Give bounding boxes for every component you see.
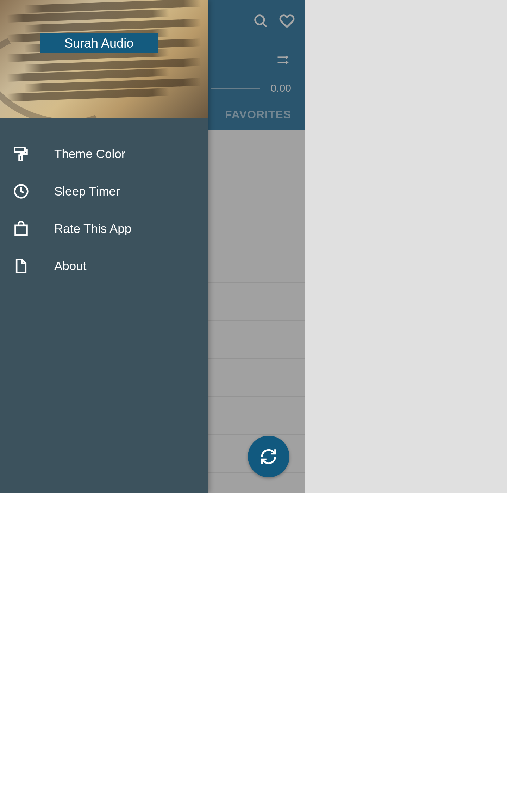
menu-label: Theme Color [54, 147, 125, 161]
svg-rect-7 [15, 225, 27, 235]
menu-label: Sleep Timer [54, 184, 120, 198]
app-title: Surah Audio [40, 33, 158, 53]
menu-rate-app[interactable]: Rate This App [0, 210, 208, 247]
svg-rect-5 [19, 155, 22, 161]
shopping-bag-icon [13, 221, 29, 236]
drawer-menu: Theme Color Sleep Timer Rate This App [0, 118, 208, 285]
menu-theme-color[interactable]: Theme Color [0, 135, 208, 173]
menu-label: About [54, 259, 86, 273]
menu-label: Rate This App [54, 222, 131, 236]
drawer-header: Surah Audio [0, 0, 208, 118]
refresh-fab[interactable] [248, 436, 289, 477]
menu-about[interactable]: About [0, 247, 208, 285]
page-remainder [0, 493, 507, 812]
clock-icon [13, 184, 29, 199]
menu-sleep-timer[interactable]: Sleep Timer [0, 173, 208, 210]
app-screen: 0.00 ST FAVORITES [0, 0, 305, 493]
svg-rect-4 [15, 148, 25, 152]
paint-roller-icon [13, 146, 29, 162]
navigation-drawer: Surah Audio Theme Color Sleep Timer [0, 0, 208, 493]
file-icon [13, 258, 29, 274]
